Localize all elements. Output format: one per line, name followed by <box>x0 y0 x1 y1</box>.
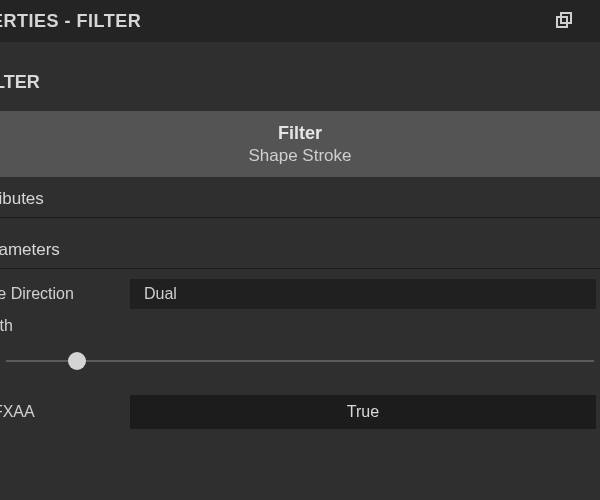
filter-subheading: Shape Stroke <box>248 146 351 166</box>
width-label: Width <box>0 317 600 349</box>
width-slider[interactable] <box>6 349 594 373</box>
slider-track-line <box>6 360 594 362</box>
param-row-stroke-direction: Stroke Direction Dual <box>0 275 600 313</box>
use-fxaa-toggle[interactable]: True <box>130 395 596 429</box>
titlebar: PROPERTIES - FILTER <box>0 0 600 42</box>
param-row-width: Width <box>0 313 600 373</box>
stroke-direction-label: Stroke Direction <box>0 285 130 303</box>
filter-header-band[interactable]: Filter Shape Stroke <box>0 111 600 177</box>
use-fxaa-label: Use FXAA <box>0 403 130 421</box>
breadcrumb[interactable]: FILTER <box>0 42 600 111</box>
parameters-region: Stroke Direction Dual Width Use FXAA Tru… <box>0 269 600 431</box>
filter-heading: Filter <box>278 123 322 144</box>
slider-thumb[interactable] <box>68 352 86 370</box>
parameters-section-label[interactable]: Parameters <box>0 228 600 268</box>
panel-title: PROPERTIES - FILTER <box>0 11 141 32</box>
param-row-use-fxaa: Use FXAA True <box>0 393 600 431</box>
use-fxaa-value: True <box>347 403 379 421</box>
attributes-section-label[interactable]: Attributes <box>0 177 600 217</box>
popout-icon[interactable] <box>556 12 574 30</box>
panel-body: FILTER Filter Shape Stroke Attributes Pa… <box>0 42 600 431</box>
properties-panel: PROPERTIES - FILTER FILTER Filter Shape … <box>0 0 600 500</box>
stroke-direction-value: Dual <box>144 285 177 303</box>
stroke-direction-dropdown[interactable]: Dual <box>130 279 596 309</box>
